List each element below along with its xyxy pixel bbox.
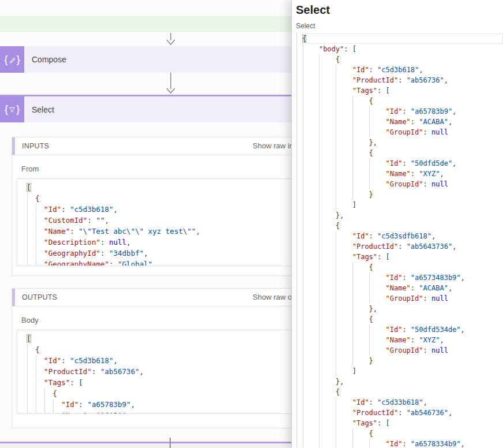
inputs-title: INPUTS	[22, 137, 49, 155]
body-field-label: Body	[21, 316, 316, 324]
code-line: "ProductId": "ab546736",	[302, 408, 503, 418]
code-line: "Id": "a6573483b9",	[302, 272, 503, 283]
power-automate-run-view: { } Compose { } Select	[0, 0, 503, 448]
outputs-title: OUTPUTS	[22, 289, 57, 306]
code-line: "Id": "50dfd5de",	[302, 158, 503, 169]
code-line: "Name": "\"Test abc\"\" xyz test\"",	[27, 226, 316, 237]
code-line: "GroupId": null	[302, 127, 503, 137]
code-line: },	[302, 304, 503, 314]
code-line: "Id": "c5d3sdfb618",	[302, 231, 503, 241]
select-json-code-editor[interactable]: { "body": [ { "Id": "c5d3b618", "Product…	[296, 33, 503, 447]
code-line: {	[302, 96, 503, 106]
details-panel-subtitle: Select	[296, 22, 503, 30]
code-line: "Id": "c5d3b618",	[27, 204, 316, 215]
code-line: "Tags": [	[302, 418, 503, 428]
code-line: "Id": "c5d3b618",	[27, 355, 316, 366]
code-line: {	[302, 314, 503, 324]
code-line: }	[302, 356, 503, 366]
details-panel-title: Select	[296, 3, 503, 17]
code-line: {	[302, 148, 503, 158]
code-line: ]	[302, 200, 503, 210]
code-line: "Id": "c5d33b618",	[302, 397, 503, 408]
code-line: "Name": "ACABA",	[302, 283, 503, 293]
flow-connector-stem	[170, 438, 171, 448]
outputs-code-editor[interactable]: [ { "Id": "c5d3b618", "ProductId": "ab56…	[17, 330, 316, 414]
code-line: "Name": "XYZ",	[302, 169, 503, 179]
inputs-section: INPUTS Show raw inputs From [ { "Id": "c…	[12, 137, 326, 276]
code-line: },	[302, 376, 503, 387]
code-line: [	[27, 333, 316, 344]
code-line: "CustomId": "",	[27, 215, 316, 226]
code-line: "ProductId": "ab56736",	[27, 366, 316, 377]
code-line: "Tags": [	[302, 252, 503, 262]
code-line: {	[27, 193, 316, 204]
select-details-panel: Select Select { "body": [ { "Id": "c5d3b…	[291, 0, 503, 448]
from-field-label: From	[21, 165, 316, 173]
code-line: "GroupId": null	[302, 345, 503, 356]
code-line: {	[302, 387, 503, 397]
code-line: }	[302, 189, 503, 200]
compose-action-card[interactable]: { } Compose	[0, 46, 341, 73]
code-line: {	[302, 54, 503, 65]
code-line: "body": [	[302, 44, 503, 54]
select-card-label: Select	[24, 105, 54, 114]
code-line: "GroupId": null	[302, 293, 503, 304]
code-line: "Id": "50dfd534de",	[302, 324, 503, 335]
code-line: {	[302, 221, 503, 231]
code-line: "GeographyName": "Global",	[27, 259, 316, 266]
inputs-header: INPUTS Show raw inputs	[12, 137, 325, 155]
outputs-header: OUTPUTS Show raw outputs	[12, 289, 325, 307]
code-line: "Name": "ACABA",	[302, 117, 503, 127]
select-action-card[interactable]: { } Select	[0, 95, 341, 122]
inputs-code-editor[interactable]: [ { "Id": "c5d3b618", "CustomId": "", "N…	[17, 178, 316, 266]
outputs-accent-stripe	[12, 289, 15, 306]
outputs-body: Body [ { "Id": "c5d3b618", "ProductId": …	[12, 307, 325, 414]
code-line: "Name": "XYZ",	[302, 335, 503, 345]
code-line: "Description": null,	[27, 237, 316, 248]
code-line: "Tags": [	[27, 377, 316, 388]
down-arrow-icon	[165, 33, 177, 46]
code-line: "Id": "a6578334b9",	[302, 439, 503, 447]
code-line: {	[302, 33, 503, 44]
braces-filter-icon: { }	[0, 96, 24, 122]
inputs-accent-stripe	[12, 137, 15, 155]
compose-card-label: Compose	[24, 55, 66, 64]
code-line: "GeographyId": "34dbbf",	[27, 248, 316, 259]
code-line: "ProductId": "ab56736",	[302, 75, 503, 85]
code-line: "ProductId": "ab5643736",	[302, 241, 503, 252]
code-line: {	[27, 344, 316, 355]
inputs-body: From [ { "Id": "c5d3b618", "CustomId": "…	[12, 155, 325, 266]
code-line: [	[27, 182, 316, 193]
code-line: },	[302, 210, 503, 221]
code-line: {	[302, 428, 503, 439]
code-line: "Id": "a65783b9",	[302, 106, 503, 117]
braces-pencil-icon: { }	[0, 46, 24, 73]
down-arrow-icon	[165, 73, 177, 95]
code-line: {	[27, 388, 316, 399]
trigger-card[interactable]	[0, 16, 341, 32]
code-line: },	[302, 137, 503, 148]
code-line: ]	[302, 366, 503, 376]
next-action-card[interactable]	[0, 443, 341, 448]
code-line: "Tags": [	[302, 85, 503, 96]
code-line: "Name": "ACABA",	[27, 410, 316, 414]
code-line: "Id": "c5d3b618",	[302, 65, 503, 75]
code-line: "GroupId": null	[302, 179, 503, 189]
code-line: "Id": "a65783b9",	[27, 399, 316, 410]
outputs-section: OUTPUTS Show raw outputs Body [ { "Id": …	[12, 288, 326, 428]
code-line: {	[302, 262, 503, 272]
